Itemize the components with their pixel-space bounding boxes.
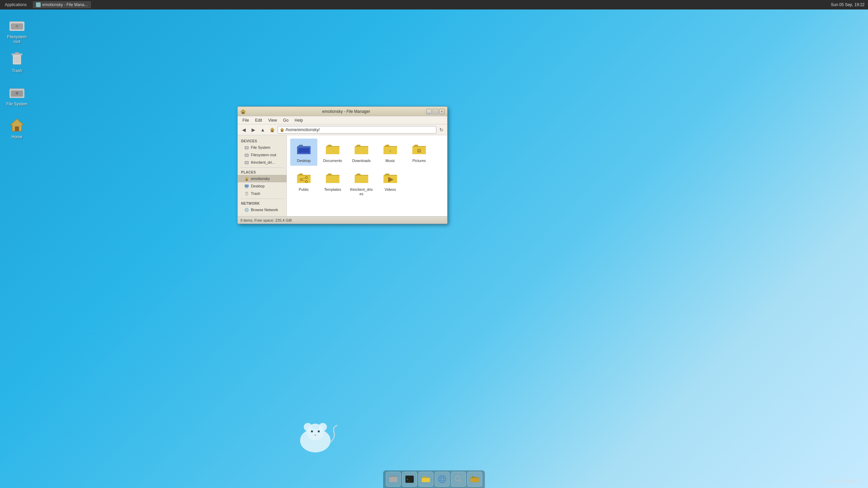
minimize-button[interactable]: _ xyxy=(426,109,432,114)
folder-public-icon xyxy=(296,170,312,186)
applications-menu[interactable]: Applications xyxy=(2,2,29,7)
menu-file[interactable]: File xyxy=(240,117,252,123)
home-button[interactable] xyxy=(268,126,276,134)
svg-point-37 xyxy=(246,208,248,211)
sidebar-desktop-label: Desktop xyxy=(251,184,264,188)
desktop-icon-home[interactable]: Home xyxy=(3,117,31,139)
svg-rect-31 xyxy=(246,187,247,188)
sidebar-thinclient-icon xyxy=(244,160,249,165)
active-window-label: emotionsky - File Mana... xyxy=(42,2,88,7)
folder-music-icon: ♪ xyxy=(382,141,398,158)
places-network-divider xyxy=(240,199,284,199)
sidebar-browse-network-icon xyxy=(244,207,249,212)
statusbar: 9 items. Free space: 235.4 GiB xyxy=(238,216,447,224)
folder-thinclient-icon xyxy=(353,170,370,186)
desktop-icon-filesystem-root[interactable]: Filesystem root xyxy=(3,17,31,44)
address-bar[interactable]: /home/emotionsky/ xyxy=(278,126,436,134)
file-label-downloads: Downloads xyxy=(352,159,371,163)
svg-point-36 xyxy=(245,208,248,211)
file-item-downloads[interactable]: Downloads xyxy=(348,139,375,166)
svg-rect-15 xyxy=(15,126,19,131)
sidebar-trash-label: Trash xyxy=(251,191,260,196)
file-item-desktop[interactable]: Desktop xyxy=(290,139,317,166)
file-manager-window: emotionsky - File Manager _ □ × File Edi… xyxy=(237,106,448,224)
svg-rect-55 xyxy=(355,176,368,183)
sidebar-item-browse-network[interactable]: Browse Network xyxy=(238,206,287,214)
up-button[interactable]: ▲ xyxy=(259,126,267,134)
forward-button[interactable]: ▶ xyxy=(249,126,257,134)
active-window-btn[interactable]: emotionsky - File Mana... xyxy=(33,1,91,8)
file-item-thinclient[interactable]: thinclient_drives xyxy=(348,167,375,199)
file-label-desktop: Desktop xyxy=(297,159,311,163)
sidebar-emotionsky-label: emotionsky xyxy=(251,177,270,181)
svg-rect-27 xyxy=(245,162,248,163)
svg-rect-48 xyxy=(297,176,311,183)
file-item-documents[interactable]: Documents xyxy=(319,139,346,166)
desktop-icon-trash[interactable]: Trash xyxy=(3,51,31,73)
sidebar-item-file-system[interactable]: File System xyxy=(238,144,287,151)
sidebar-item-emotionsky[interactable]: emotionsky xyxy=(238,175,287,182)
svg-rect-66 xyxy=(389,477,398,482)
svg-rect-19 xyxy=(272,130,273,132)
menu-view[interactable]: View xyxy=(265,117,280,123)
taskbar-btn-folder2[interactable] xyxy=(467,472,482,487)
taskbar-btn-folder[interactable] xyxy=(418,472,433,487)
svg-text:>_: >_ xyxy=(407,478,410,481)
home-icon xyxy=(9,117,25,133)
taskbar-btn-file-manager[interactable] xyxy=(386,472,401,487)
folder-templates-icon xyxy=(324,170,341,186)
svg-rect-21 xyxy=(281,130,283,131)
svg-rect-17 xyxy=(242,112,244,114)
svg-point-74 xyxy=(455,476,460,481)
sidebar-item-thinclient[interactable]: thinclient_dri... xyxy=(238,159,287,166)
menu-go[interactable]: Go xyxy=(280,117,291,123)
svg-rect-43 xyxy=(355,147,368,154)
folder-videos-icon xyxy=(382,170,398,186)
svg-rect-41 xyxy=(298,148,309,153)
file-label-music: Music xyxy=(386,159,395,163)
file-label-templates: Templates xyxy=(324,187,341,192)
close-button[interactable]: × xyxy=(439,109,445,114)
sidebar-item-desktop[interactable]: Desktop xyxy=(238,182,287,190)
file-item-public[interactable]: Public xyxy=(290,167,317,199)
address-text: /home/emotionsky/ xyxy=(285,127,320,132)
sidebar: DEVICES File System Filesystem xyxy=(238,135,287,216)
statusbar-text: 9 items. Free space: 235.4 GiB xyxy=(240,218,292,222)
svg-point-70 xyxy=(439,476,446,483)
taskbar-btn-network[interactable] xyxy=(435,472,450,487)
window-controls: _ □ × xyxy=(426,109,445,114)
taskbar-btn-terminal[interactable]: >_ xyxy=(402,472,417,487)
maximize-button[interactable]: □ xyxy=(433,109,438,114)
toolbar: ◀ ▶ ▲ /home/emotionsky/ ↻ xyxy=(238,124,447,135)
svg-rect-23 xyxy=(245,147,248,148)
filesystem-root-label: Filesystem root xyxy=(3,35,31,44)
menu-edit[interactable]: Edit xyxy=(252,117,265,123)
filesystem-root-icon xyxy=(9,17,25,33)
sidebar-item-filesystem-root[interactable]: Filesystem root xyxy=(238,151,287,159)
menubar: File Edit View Go Help xyxy=(238,116,447,124)
file-item-pictures[interactable]: 🖼 Pictures xyxy=(406,139,433,166)
svg-rect-69 xyxy=(422,478,430,482)
svg-point-60 xyxy=(304,423,312,431)
svg-rect-6 xyxy=(15,52,19,54)
main-area: DEVICES File System Filesystem xyxy=(238,135,447,216)
taskbar-top-left: Applications emotionsky - File Mana... xyxy=(0,1,91,8)
file-item-videos[interactable]: Videos xyxy=(377,167,404,199)
taskbar-btn-search[interactable] xyxy=(451,472,466,487)
taskbar-top: Applications emotionsky - File Mana... S… xyxy=(0,0,868,9)
network-label: NETWORK xyxy=(238,200,287,206)
svg-rect-25 xyxy=(245,154,248,156)
file-item-templates[interactable]: Templates xyxy=(319,167,346,199)
desktop-icon-file-system[interactable]: File System xyxy=(3,84,31,106)
svg-rect-76 xyxy=(471,478,479,482)
menu-help[interactable]: Help xyxy=(292,117,306,123)
reload-button[interactable]: ↻ xyxy=(438,126,445,134)
sidebar-file-system-label: File System xyxy=(251,145,270,149)
file-item-music[interactable]: ♪ Music xyxy=(377,139,404,166)
clock: Sun 05 Sep, 19:22 xyxy=(831,2,865,7)
sidebar-item-trash[interactable]: Trash xyxy=(238,190,287,197)
svg-rect-30 xyxy=(245,184,249,187)
back-button[interactable]: ◀ xyxy=(240,126,248,134)
svg-rect-32 xyxy=(245,188,248,188)
svg-rect-29 xyxy=(246,179,248,181)
